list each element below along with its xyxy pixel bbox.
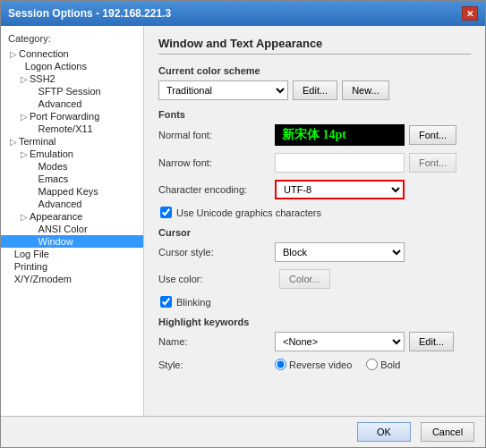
- color-scheme-label: Current color scheme: [158, 65, 471, 76]
- narrow-font-button: Font...: [409, 153, 456, 173]
- color-button[interactable]: Color...: [279, 269, 330, 289]
- close-button[interactable]: ✕: [462, 6, 478, 21]
- radio-bold-label[interactable]: Bold: [366, 359, 400, 370]
- sidebar-item-xyz[interactable]: X/Y/Zmodem: [1, 273, 143, 285]
- window-title: Session Options - 192.168.221.3: [8, 7, 171, 20]
- sidebar-item-emulation[interactable]: ▷Emulation: [1, 148, 143, 160]
- expand-icon: ▷: [21, 112, 28, 122]
- expand-icon: ▷: [21, 74, 28, 84]
- color-scheme-select[interactable]: Traditional Classic Modern: [158, 80, 288, 100]
- category-label: Category:: [1, 31, 143, 47]
- sidebar-item-printing[interactable]: Printing: [1, 260, 143, 273]
- sidebar-item-ssh2[interactable]: ▷SSH2: [1, 72, 143, 85]
- sidebar-item-logon-actions[interactable]: Logon Actions: [1, 60, 143, 72]
- leaf-icon: [10, 275, 13, 284]
- edit-color-button[interactable]: Edit...: [293, 80, 337, 100]
- blinking-label[interactable]: Blinking: [176, 297, 211, 308]
- cursor-style-select[interactable]: Block Underline Vertical Bar: [275, 242, 405, 262]
- sidebar-item-terminal[interactable]: ▷Terminal: [1, 135, 143, 148]
- encoding-select[interactable]: UTF-8 ISO-8859-1 GBK Big5: [275, 180, 405, 199]
- radio-reverse-label[interactable]: Reverse video: [275, 359, 352, 370]
- cursor-style-label: Cursor style:: [158, 247, 275, 258]
- expand-icon: ▷: [10, 49, 17, 59]
- ok-button[interactable]: OK: [357, 422, 411, 442]
- title-bar: Session Options - 192.168.221.3 ✕: [1, 1, 485, 26]
- leaf-icon: [21, 62, 23, 72]
- expand-icon: ▷: [10, 137, 17, 147]
- leaf-icon: [31, 87, 37, 97]
- main-window: Session Options - 192.168.221.3 ✕ Catego…: [0, 0, 486, 448]
- highlight-name-label: Name:: [158, 336, 275, 347]
- blinking-checkbox[interactable]: [160, 296, 172, 308]
- leaf-icon: [31, 199, 37, 209]
- main-panel: Window and Text Appearance Current color…: [144, 26, 485, 416]
- sidebar-item-modes[interactable]: Modes: [1, 160, 143, 173]
- content-area: Category: ▷Connection Logon Actions ▷SSH…: [1, 26, 485, 416]
- font-button[interactable]: Font...: [409, 125, 456, 145]
- unicode-label[interactable]: Use Unicode graphics characters: [176, 207, 321, 218]
- font-preview: 新宋体 14pt: [275, 124, 405, 146]
- cancel-button[interactable]: Cancel: [421, 422, 474, 442]
- cursor-label: Cursor: [158, 227, 471, 238]
- unicode-checkbox[interactable]: [160, 207, 172, 218]
- sidebar-item-advanced-ssh[interactable]: Advanced: [1, 97, 143, 110]
- sidebar-item-connection[interactable]: ▷Connection: [1, 47, 143, 60]
- expand-icon: ▷: [21, 149, 28, 159]
- sidebar-item-remote-x11[interactable]: Remote/X11: [1, 123, 143, 135]
- normal-font-label: Normal font:: [158, 130, 275, 140]
- sidebar-item-emacs[interactable]: Emacs: [1, 173, 143, 185]
- expand-icon: ▷: [21, 212, 28, 222]
- sidebar-item-port-forwarding[interactable]: ▷Port Forwarding: [1, 110, 143, 123]
- sidebar: Category: ▷Connection Logon Actions ▷SSH…: [1, 26, 144, 416]
- sidebar-item-log-file[interactable]: Log File: [1, 248, 143, 260]
- radio-bold-text: Bold: [380, 359, 400, 370]
- new-color-button[interactable]: New...: [342, 80, 389, 100]
- leaf-icon: [31, 224, 37, 234]
- encoding-label: Character encoding:: [158, 184, 275, 195]
- radio-bold[interactable]: [366, 359, 378, 370]
- leaf-icon: [31, 237, 37, 247]
- use-color-label: Use color:: [158, 274, 275, 284]
- highlight-style-options: Reverse video Bold: [275, 359, 400, 370]
- sidebar-item-sftp[interactable]: SFTP Session: [1, 85, 143, 97]
- leaf-icon: [31, 99, 37, 109]
- radio-reverse-text: Reverse video: [289, 359, 352, 370]
- highlight-label: Highlight keywords: [158, 317, 471, 327]
- sidebar-item-appearance[interactable]: ▷Appearance: [1, 210, 143, 223]
- leaf-icon: [10, 262, 13, 272]
- leaf-icon: [31, 187, 37, 197]
- radio-reverse[interactable]: [275, 359, 286, 370]
- leaf-icon: [31, 124, 37, 134]
- sidebar-item-advanced-terminal[interactable]: Advanced: [1, 198, 143, 210]
- highlight-style-label: Style:: [158, 359, 275, 370]
- leaf-icon: [10, 249, 13, 259]
- fonts-label: Fonts: [158, 109, 471, 120]
- sidebar-item-mapped-keys[interactable]: Mapped Keys: [1, 185, 143, 198]
- section-title: Window and Text Appearance: [158, 37, 471, 55]
- leaf-icon: [31, 174, 37, 184]
- leaf-icon: [31, 162, 37, 172]
- highlight-edit-button[interactable]: Edit...: [409, 332, 454, 351]
- highlight-name-select[interactable]: <None>: [275, 332, 405, 351]
- sidebar-item-window[interactable]: Window: [1, 235, 143, 248]
- footer: OK Cancel: [1, 416, 485, 447]
- narrow-font-label: Narrow font:: [158, 157, 275, 168]
- sidebar-item-ansi-color[interactable]: ANSI Color: [1, 223, 143, 235]
